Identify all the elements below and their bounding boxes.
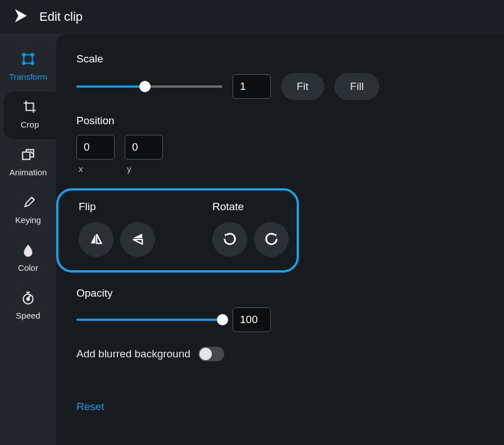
sidebar-item-keying[interactable]: Keying [0,187,56,235]
svg-point-4 [31,62,33,64]
fill-button[interactable]: Fill [334,73,379,100]
position-x-input[interactable] [76,135,115,160]
flip-label: Flip [79,201,155,213]
position-y-label: y [127,164,163,174]
svg-rect-5 [22,152,30,160]
sidebar-item-label: Animation [10,167,47,177]
header-title: Edit clip [39,10,83,24]
transform-icon [21,52,35,69]
sidebar-item-label: Color [18,263,38,273]
position-x-label: x [79,164,115,174]
scale-input[interactable] [233,74,271,99]
keying-icon [21,195,35,212]
position-label: Position [76,115,484,127]
sidebar-item-color[interactable]: Color [0,235,56,283]
opacity-label: Opacity [76,287,484,299]
svg-point-1 [22,53,25,56]
header: Edit clip [0,0,504,34]
svg-point-7 [27,298,29,300]
position-section: Position x y [76,115,484,174]
sidebar-item-label: Speed [16,311,40,320]
rotate-ccw-button[interactable] [212,222,247,257]
sidebar-item-crop[interactable]: Crop [3,92,56,139]
sidebar: Transform Crop Animation Keying Color [0,34,56,445]
svg-point-3 [22,62,25,64]
rotate-ccw-icon [222,231,238,248]
crop-icon [22,99,37,116]
speed-icon [21,290,35,307]
sidebar-item-label: Crop [21,120,39,129]
scale-label: Scale [76,53,484,65]
sidebar-item-label: Transform [9,72,47,81]
scale-section: Scale Fit Fill [76,53,484,100]
blurred-bg-row: Add blurred background [76,347,484,361]
rotate-label: Rotate [212,201,289,213]
blurred-bg-label: Add blurred background [76,348,190,360]
animation-icon [21,147,35,164]
flip-horizontal-icon [88,231,104,248]
sidebar-item-transform[interactable]: Transform [0,44,56,92]
transform-panel: Scale Fit Fill Position x [56,34,504,445]
opacity-slider[interactable] [76,314,223,325]
blurred-bg-toggle[interactable] [198,347,224,361]
rotate-cw-icon [264,231,279,248]
flip-rotate-group: Flip [56,188,299,273]
sidebar-item-animation[interactable]: Animation [0,139,56,187]
scale-slider[interactable] [76,81,223,92]
opacity-input[interactable] [233,307,271,332]
position-y-input[interactable] [125,135,163,160]
color-icon [21,243,35,260]
rotate-cw-button[interactable] [254,222,289,257]
flip-vertical-button[interactable] [120,222,155,257]
flip-horizontal-button[interactable] [79,222,113,257]
reset-link[interactable]: Reset [76,401,105,413]
sidebar-item-speed[interactable]: Speed [0,283,56,330]
app-logo-icon [12,8,28,26]
sidebar-item-label: Keying [15,215,41,225]
fit-button[interactable]: Fit [281,73,324,100]
flip-vertical-icon [130,231,146,248]
svg-point-2 [31,53,33,56]
opacity-section: Opacity [76,287,484,332]
